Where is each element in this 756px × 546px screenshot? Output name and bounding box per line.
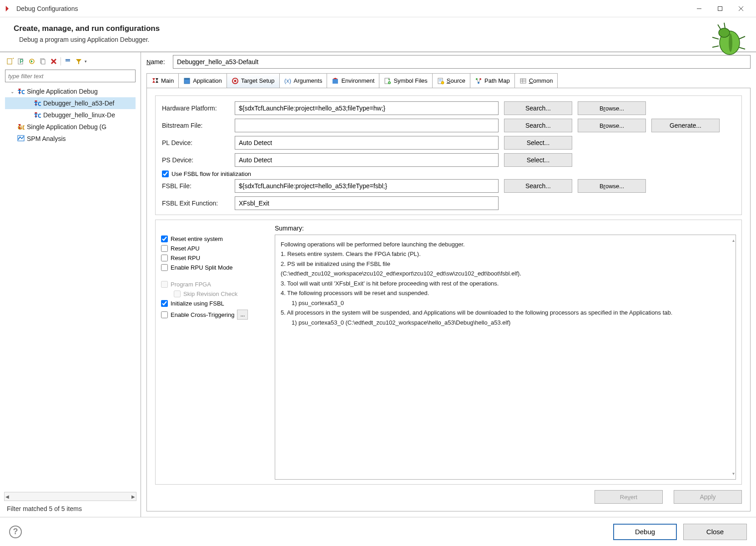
bitstream-browse-button[interactable]: Browse... — [578, 119, 646, 132]
tree-item[interactable]: TCFDebugger_hello_linux-De — [5, 109, 136, 121]
svg-rect-19 — [41, 60, 45, 64]
fsbl-exit-label: FSBL Exit Function: — [162, 200, 235, 207]
tab-label: Environment — [341, 77, 374, 84]
new-config-button[interactable]: ✦ — [5, 56, 15, 66]
export-button[interactable] — [27, 56, 37, 66]
src-icon — [437, 77, 444, 85]
hw-platform-input[interactable] — [235, 101, 499, 115]
close-button[interactable] — [731, 2, 751, 15]
bitstream-search-button[interactable]: Search... — [504, 119, 572, 132]
tab-target-setup[interactable]: Target Setup — [227, 73, 280, 88]
cross-trigger-config-button[interactable]: ... — [237, 310, 248, 320]
bitstream-generate-button[interactable]: Generate... — [651, 119, 720, 132]
tab-arguments[interactable]: (x)=Arguments — [279, 73, 328, 88]
tab-label: Source — [447, 77, 465, 84]
program-fpga-checkbox — [161, 281, 168, 288]
tab-path-map[interactable]: Path Map — [470, 73, 515, 88]
svg-rect-47 — [520, 79, 526, 83]
cross-trigger-checkbox[interactable] — [161, 311, 168, 318]
debug-button[interactable]: Debug — [613, 524, 677, 540]
tab-symbol-files[interactable]: Symbol Files — [379, 73, 432, 88]
ps-device-label: PS Device: — [162, 156, 235, 164]
bitstream-input[interactable] — [235, 119, 499, 132]
svg-text:P: P — [20, 58, 24, 65]
fsbl-search-button[interactable]: Search... — [504, 179, 572, 193]
tab-application[interactable]: Application — [178, 73, 227, 88]
main-icon — [151, 77, 159, 85]
hw-browse-button[interactable]: Browse... — [578, 101, 646, 115]
tab-label: Path Map — [484, 77, 510, 84]
summary-line: 3. Tool will wait until 'XFsbl_Exit' is … — [281, 279, 730, 288]
bug-icon — [711, 21, 747, 57]
svg-line-9 — [712, 46, 719, 47]
svg-text:TCF: TCF — [34, 100, 41, 106]
svg-point-12 — [729, 34, 732, 52]
summary-line: Following operations will be performed b… — [281, 240, 730, 249]
app-icon — [5, 5, 13, 13]
svg-rect-1 — [718, 6, 722, 10]
tab-main[interactable]: Main — [146, 73, 179, 88]
svg-line-11 — [739, 47, 745, 49]
tree-item[interactable]: SPM Analysis — [5, 133, 136, 145]
tree-item-label: SPM Analysis — [27, 135, 66, 142]
config-tree[interactable]: ⌄TCFSingle Application DebugTCFDebugger_… — [2, 84, 138, 492]
summary-line: 2. PS will be initialized using the FSBL… — [281, 259, 730, 269]
hw-search-button[interactable]: Search... — [504, 101, 572, 115]
svg-rect-30 — [184, 78, 190, 80]
delete-button[interactable] — [49, 56, 59, 66]
reset-system-checkbox[interactable] — [161, 235, 168, 242]
fsbl-exit-input[interactable] — [235, 196, 499, 210]
rpu-split-label: Enable RPU Split Mode — [171, 264, 233, 271]
spm-icon — [17, 135, 25, 142]
svg-rect-34 — [333, 79, 338, 84]
left-panel: ✦ P ▾ ⌄TCFSingle Application DebugTCFDeb… — [0, 52, 141, 517]
skip-revision-checkbox — [174, 291, 181, 297]
tree-item[interactable]: GDBSingle Application Debug (G — [5, 121, 136, 133]
svg-point-41 — [441, 81, 444, 84]
ps-select-button[interactable]: Select... — [504, 153, 572, 167]
minimize-button[interactable] — [689, 2, 710, 15]
close-dialog-button[interactable]: Close — [683, 524, 747, 540]
tree-item[interactable]: TCFDebugger_hello_a53-Def — [5, 97, 136, 109]
footer: ? Debug Close — [0, 517, 756, 546]
summary-text[interactable]: ▴ ▾ Following operations will be perform… — [275, 235, 736, 480]
program-fpga-label: Program FPGA — [171, 281, 211, 288]
help-button[interactable]: ? — [9, 526, 22, 538]
tab-source[interactable]: Source — [432, 73, 470, 88]
pl-select-button[interactable]: Select... — [504, 136, 572, 150]
svg-text:TCF: TCF — [34, 112, 41, 118]
summary-line: (C:\edt\edt_zcu102_workspace\zcu102_edt\… — [281, 269, 730, 278]
fsbl-file-input[interactable] — [235, 179, 499, 193]
common-icon — [519, 77, 527, 85]
horizontal-scrollbar[interactable]: ◀▶ — [4, 492, 136, 501]
duplicate-button[interactable] — [38, 56, 48, 66]
maximize-button[interactable] — [710, 2, 731, 15]
reset-rpu-label: Reset RPU — [171, 255, 200, 261]
svg-text:GDB: GDB — [18, 124, 25, 130]
filter-button[interactable] — [74, 56, 84, 66]
rpu-split-checkbox[interactable] — [161, 264, 168, 271]
sym-icon — [384, 77, 391, 85]
ps-device-input[interactable] — [235, 153, 499, 167]
new-prototype-button[interactable]: P — [16, 56, 26, 66]
use-fsbl-checkbox[interactable] — [162, 170, 169, 177]
pl-device-label: PL Device: — [162, 139, 235, 146]
revert-button[interactable]: Revert — [595, 490, 663, 504]
init-fsbl-checkbox[interactable] — [161, 300, 168, 307]
fsbl-browse-button[interactable]: Browse... — [578, 179, 646, 193]
apply-button[interactable]: Apply — [674, 490, 742, 504]
reset-apu-checkbox[interactable] — [161, 245, 168, 252]
summary-label: Summary: — [275, 225, 736, 232]
tab-common[interactable]: Common — [514, 73, 558, 88]
collapse-all-button[interactable] — [63, 56, 73, 66]
pl-device-input[interactable] — [235, 136, 499, 150]
tree-item[interactable]: ⌄TCFSingle Application Debug — [5, 85, 136, 97]
reset-rpu-checkbox[interactable] — [161, 255, 168, 261]
name-input[interactable] — [173, 55, 751, 69]
svg-rect-22 — [66, 60, 70, 61]
filter-input[interactable] — [5, 70, 136, 82]
tab-environment[interactable]: Environment — [327, 73, 379, 88]
args-icon: (x)= — [284, 77, 292, 85]
env-icon — [332, 77, 339, 85]
app-icon — [183, 77, 191, 85]
